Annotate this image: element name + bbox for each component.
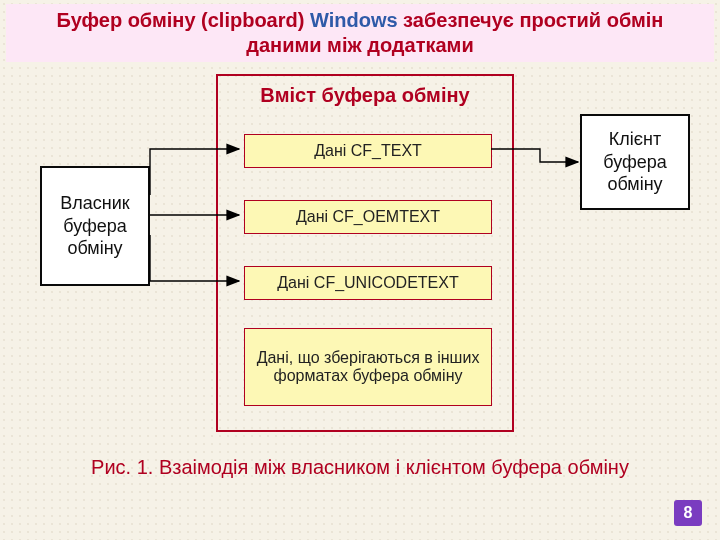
page-number-badge: 8: [674, 500, 702, 526]
owner-label: Власник буфера обміну: [50, 192, 140, 260]
data-format-other: Дані, що зберігаються в інших форматах б…: [244, 328, 492, 406]
data-format-cf-oemtext: Дані CF_OEMTEXT: [244, 200, 492, 234]
title-prefix: Буфер обміну (clipboard): [57, 9, 310, 31]
client-box: Клієнт буфера обміну: [580, 114, 690, 210]
slide-title: Буфер обміну (clipboard) Windows забезпе…: [6, 4, 714, 62]
data-format-cf-unicodetext: Дані CF_UNICODETEXT: [244, 266, 492, 300]
data-format-cf-text: Дані CF_TEXT: [244, 134, 492, 168]
title-accent: Windows: [310, 9, 398, 31]
clipboard-content-box: Вміст буфера обміну Дані CF_TEXT Дані CF…: [216, 74, 514, 432]
owner-box: Власник буфера обміну: [40, 166, 150, 286]
page-number: 8: [684, 504, 693, 522]
client-label: Клієнт буфера обміну: [590, 128, 680, 196]
clipboard-content-title: Вміст буфера обміну: [218, 84, 512, 107]
figure-caption: Рис. 1. Взаімодія між власником і клієнт…: [0, 454, 720, 480]
